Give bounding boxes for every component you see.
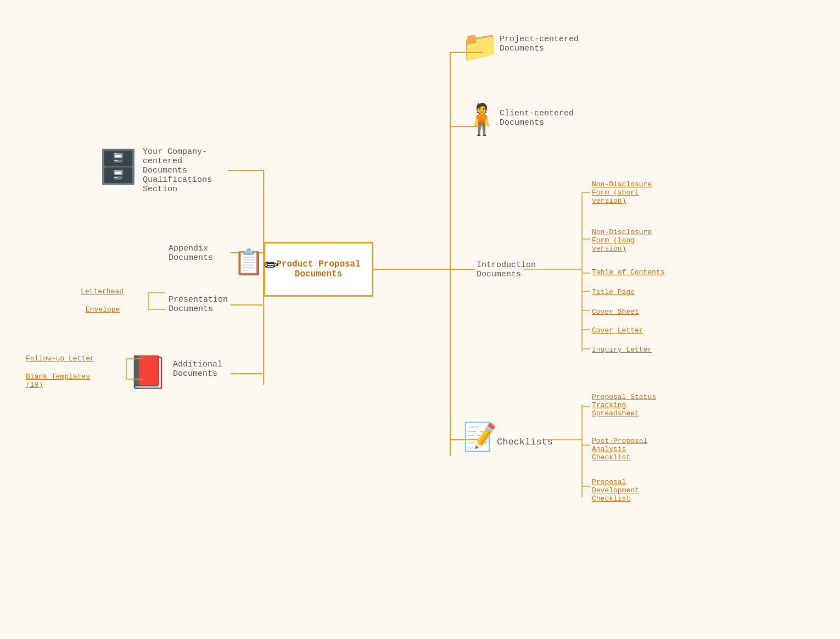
center-node: Product Proposal Documents bbox=[264, 242, 373, 297]
document-pencil-icon: 📋✏️ bbox=[233, 247, 279, 278]
center-label: Product Proposal Documents bbox=[265, 259, 372, 279]
mind-map: Product Proposal Documents 📋✏️ 📁 Project… bbox=[0, 0, 840, 639]
connector-lines bbox=[0, 0, 840, 639]
